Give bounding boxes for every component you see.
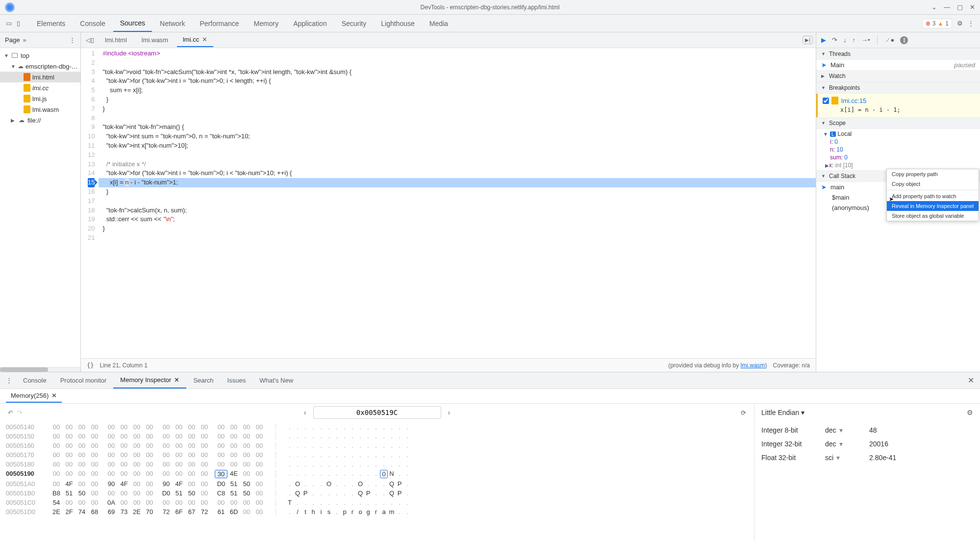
page-prev-icon[interactable]: ‹ (302, 407, 308, 418)
tab-console[interactable]: Console (73, 16, 112, 31)
inspect-icon[interactable]: ▭ (6, 20, 12, 27)
tree-file-cc[interactable]: lmi.cc (0, 82, 80, 93)
tab-application[interactable]: Application (286, 16, 334, 31)
error-icon: ⊗ (926, 20, 930, 27)
device-toggle-icon[interactable]: ▯ (17, 20, 20, 27)
address-input[interactable] (313, 406, 441, 419)
debug-toolbar: ▶ ↷ ↓ ↑ →• ⟋● ‖ (816, 32, 980, 48)
ctx-reveal-memory[interactable]: Reveal in Memory Inspector panel (887, 201, 979, 211)
drawer-kebab-icon[interactable]: ⋮ (6, 377, 12, 384)
scope-var[interactable]: n: 10 (823, 146, 978, 154)
etab-lmi-cc[interactable]: lmi.cc✕ (177, 33, 213, 47)
kebab-icon[interactable]: ⋮ (968, 20, 974, 27)
dtab-protocol[interactable]: Protocol monitor (53, 373, 114, 388)
page-label[interactable]: Page (5, 36, 20, 44)
chromium-logo (5, 2, 15, 12)
close-icon[interactable]: ✕ (174, 376, 179, 384)
deactivate-breakpoints-icon[interactable]: ⟋● (884, 36, 895, 44)
refresh-icon[interactable]: ⟳ (741, 409, 746, 416)
scope-var-x[interactable]: ▶x: int [10] (823, 161, 978, 169)
breakpoint-item[interactable]: lmi.cc:15 x[i] = n - i - 1; (816, 94, 980, 117)
format-select[interactable]: dec ▾ (825, 440, 859, 448)
etab-lmi-html[interactable]: lmi.html (99, 33, 133, 47)
page-panel: Page » ⋮ ▼top ▼☁emscripten-dbg-… lmi.htm… (0, 32, 81, 372)
memory-tab[interactable]: Memory(256)✕ (6, 389, 62, 403)
breakpoints-header[interactable]: ▼Breakpoints (816, 82, 980, 94)
minimize-icon[interactable]: — (944, 3, 950, 11)
close-window-icon[interactable]: ✕ (970, 3, 975, 11)
tree-file-scheme[interactable]: ▶☁file:// (0, 115, 80, 126)
scope-var[interactable]: sum: 0 (823, 154, 978, 161)
debugger-panel: ▶ ↷ ↓ ↑ →• ⟋● ‖ ▼Threads ➤Mainpaused ▶Wa… (816, 32, 980, 372)
editor-statusbar: {} Line 21, Column 1 (provided via debug… (81, 358, 816, 372)
pretty-print-icon[interactable]: {} (87, 362, 94, 369)
scope-header[interactable]: ▼Scope (816, 117, 980, 129)
format-select[interactable]: dec ▾ (825, 426, 859, 434)
hex-grid[interactable]: 0050514000000000000000000000000000000000… (0, 421, 754, 541)
history-forward-icon[interactable]: ↷ (17, 409, 23, 416)
step-out-icon[interactable]: ↑ (853, 36, 856, 44)
page-kebab-icon[interactable]: ⋮ (69, 36, 75, 44)
dtab-search[interactable]: Search (186, 373, 220, 388)
dtab-issues[interactable]: Issues (221, 373, 253, 388)
tree-file-html[interactable]: lmi.html (0, 72, 80, 82)
ctx-add-watch[interactable]: Add property path to watch (887, 191, 979, 201)
breakpoint-checkbox[interactable] (823, 98, 829, 104)
file-tree: ▼top ▼☁emscripten-dbg-… lmi.html lmi.cc … (0, 48, 80, 367)
threads-header[interactable]: ▼Threads (816, 48, 980, 60)
interpretation-panel: Little Endian ▾ ⚙ Integer 8-bitdec ▾48In… (754, 404, 980, 541)
tree-domain[interactable]: ▼☁emscripten-dbg-… (0, 61, 80, 72)
tree-file-wasm[interactable]: lmi.wasm (0, 104, 80, 115)
cursor-position: Line 21, Column 1 (100, 362, 147, 369)
tab-media[interactable]: Media (423, 16, 455, 31)
history-back-icon[interactable]: ↶ (8, 409, 13, 416)
ctx-store-global[interactable]: Store object as global variable (887, 211, 979, 221)
endian-select[interactable]: Little Endian ▾ (761, 409, 804, 416)
interp-row: Integer 8-bitdec ▾48 (761, 423, 973, 437)
code-editor[interactable]: 123456789101112131415161718192021 #inclu… (81, 48, 816, 358)
tab-network[interactable]: Network (153, 16, 192, 31)
tab-memory[interactable]: Memory (247, 16, 286, 31)
collapse-icon[interactable]: ⌄ (931, 3, 937, 11)
resume-icon[interactable]: ▶ (821, 36, 826, 44)
watch-header[interactable]: ▶Watch (816, 70, 980, 82)
tab-performance[interactable]: Performance (193, 16, 246, 31)
tab-elements[interactable]: Elements (30, 16, 72, 31)
scope-var[interactable]: i: 0 (823, 138, 978, 146)
tree-top[interactable]: ▼top (0, 50, 80, 61)
wasm-link[interactable]: lmi.wasm (741, 362, 765, 369)
ctx-copy-path[interactable]: Copy property path (887, 169, 979, 179)
settings-icon[interactable]: ⚙ (957, 20, 963, 27)
scrollbar-horizontal[interactable] (0, 367, 80, 372)
nav-back-icon[interactable]: ◁▯ (84, 34, 96, 46)
mouse-cursor-icon: ➤ (889, 196, 894, 203)
step-icon[interactable]: →• (861, 36, 870, 44)
dtab-console[interactable]: Console (16, 373, 53, 388)
ctx-copy-object[interactable]: Copy object (887, 179, 979, 189)
etab-lmi-wasm[interactable]: lmi.wasm (136, 33, 174, 47)
tree-file-js[interactable]: lmi.js (0, 93, 80, 104)
step-into-icon[interactable]: ↓ (843, 36, 847, 44)
dtab-whatsnew[interactable]: What's New (252, 373, 300, 388)
page-next-icon[interactable]: › (446, 407, 452, 418)
close-icon[interactable]: ✕ (51, 392, 57, 399)
format-select[interactable]: sci ▾ (825, 454, 859, 462)
step-over-icon[interactable]: ↷ (832, 36, 837, 44)
chevron-down-icon: ▾ (801, 409, 804, 416)
close-drawer-icon[interactable]: ✕ (968, 376, 974, 385)
tab-security[interactable]: Security (335, 16, 374, 31)
drawer: ⋮ Console Protocol monitor Memory Inspec… (0, 372, 980, 541)
scope-local[interactable]: ▼LLocal (823, 130, 978, 138)
error-warning-badge[interactable]: ⊗3 ▲1 (922, 19, 952, 28)
gear-icon[interactable]: ⚙ (967, 409, 973, 416)
run-snippet-icon[interactable]: ▶| (803, 36, 813, 44)
dtab-memory-inspector[interactable]: Memory Inspector✕ (113, 372, 186, 388)
chevron-icon[interactable]: » (23, 36, 26, 44)
close-tab-icon[interactable]: ✕ (202, 36, 207, 43)
tab-lighthouse[interactable]: Lighthouse (374, 16, 422, 31)
maximize-icon[interactable]: ▢ (957, 3, 963, 11)
tab-sources[interactable]: Sources (113, 15, 152, 32)
context-menu: Copy property path Copy object Add prope… (886, 169, 979, 221)
thread-main[interactable]: ➤Mainpaused (816, 60, 980, 70)
pause-exceptions-icon[interactable]: ‖ (900, 36, 908, 44)
